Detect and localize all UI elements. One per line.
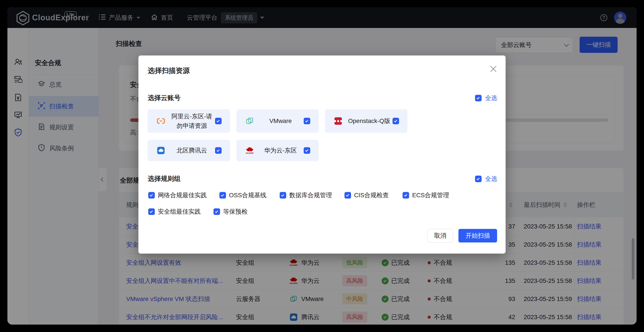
rules-section-label: 选择规则组 [148, 174, 180, 183]
checkbox-checked-icon [402, 192, 409, 199]
rule-checkbox-dengbao[interactable]: 等保预检 [214, 207, 248, 216]
rule-checkbox-ecs[interactable]: ECS合规管理 [402, 191, 449, 199]
openstack-icon [334, 117, 342, 125]
rule-checkbox-security-group[interactable]: 安全组最佳实践 [148, 207, 200, 216]
checkbox-checked-icon[interactable] [215, 118, 222, 124]
checkbox-checked-icon [214, 208, 220, 215]
modal-title: 选择扫描资源 [148, 66, 190, 76]
huawei-icon: HUAWEI [246, 147, 254, 154]
select-scan-resources-modal: 选择扫描资源 选择云账号 全选 阿里云-东区-请勿申请资源 VMware Ope… [138, 56, 506, 254]
alibaba-cloud-icon [157, 118, 165, 124]
rule-checkbox-database[interactable]: 数据库合规管理 [280, 191, 332, 199]
account-card-openstack[interactable]: Openstack-Q版 [325, 109, 407, 133]
checkbox-checked-icon [220, 192, 226, 199]
checkbox-checked-icon[interactable] [215, 147, 222, 154]
accounts-section-label: 选择云账号 [148, 94, 180, 102]
start-scan-button[interactable]: 开始扫描 [458, 229, 497, 242]
account-label: 阿里云-东区-请勿申请资源 [168, 112, 215, 131]
close-icon[interactable] [490, 65, 497, 73]
checkbox-checked-icon [148, 192, 155, 199]
account-card-alibaba[interactable]: 阿里云-东区-请勿申请资源 [148, 109, 230, 133]
cancel-button[interactable]: 取消 [428, 229, 453, 242]
rules-select-all[interactable]: 全选 [475, 175, 497, 183]
rule-checkbox-oss[interactable]: OSS合规基线 [220, 191, 266, 199]
checkbox-checked-icon [280, 192, 286, 199]
rule-checkbox-cis[interactable]: CIS合规检查 [344, 191, 389, 199]
account-card-huawei[interactable]: HUAWEI 华为云-东区 [236, 140, 318, 161]
account-label: 华为云-东区 [258, 146, 304, 155]
accounts-select-all[interactable]: 全选 [475, 94, 497, 102]
checkbox-checked-icon[interactable] [304, 147, 310, 154]
account-card-tencent[interactable]: 北区腾讯云 [148, 140, 230, 161]
checkbox-checked-icon [475, 95, 482, 101]
checkbox-checked-icon[interactable] [304, 118, 310, 124]
vmware-icon [246, 117, 254, 125]
account-label: 北区腾讯云 [168, 146, 215, 155]
screen: CloudExplorer Lite 产品服务 首页 云管理平台 系统管理员 ? [0, 0, 644, 332]
checkbox-checked-icon [344, 192, 351, 199]
checkbox-checked-icon [148, 208, 155, 215]
account-card-vmware[interactable]: VMware [236, 109, 318, 133]
tencent-cloud-icon [157, 147, 165, 154]
app-window: CloudExplorer Lite 产品服务 首页 云管理平台 系统管理员 ? [8, 8, 636, 324]
checkbox-checked-icon[interactable] [392, 118, 399, 124]
rule-checkbox-network[interactable]: 网络合规最佳实践 [148, 191, 207, 199]
account-label: Openstack-Q版 [346, 116, 392, 126]
checkbox-checked-icon [475, 176, 482, 182]
account-label: VMware [258, 116, 304, 126]
